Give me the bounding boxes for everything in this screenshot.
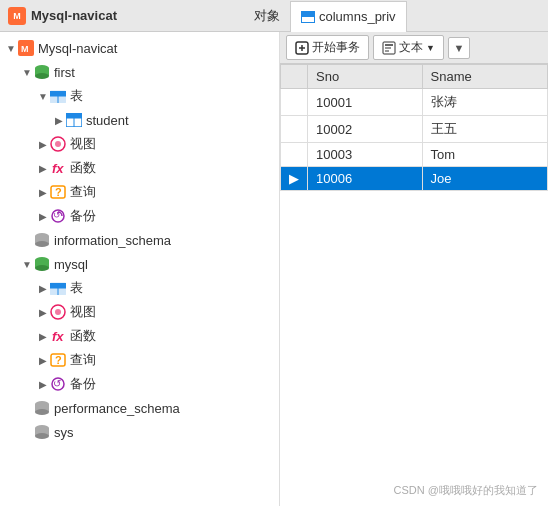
chevron-perf-schema [20, 401, 34, 415]
table-folder-icon-first [50, 88, 66, 104]
backup-icon-mysql: ↺ [50, 376, 66, 392]
func-mysql-label: 函数 [70, 327, 96, 345]
row-indicator [281, 116, 308, 143]
svg-point-22 [35, 241, 49, 247]
cell-sname[interactable]: Tom [422, 143, 547, 167]
chevron-mysql [20, 257, 34, 271]
svg-text:?: ? [55, 186, 62, 198]
main-content: M Mysql-navicat first [0, 32, 548, 506]
cell-sno[interactable]: 10003 [308, 143, 423, 167]
svg-point-14 [55, 141, 61, 147]
data-table-wrapper: Sno Sname 10001张涛10002王五10003Tom▶10006Jo… [280, 64, 548, 506]
first-db-label: first [54, 65, 75, 80]
cell-sname[interactable]: Joe [422, 167, 547, 191]
app-title: Mysql-navicat [31, 8, 117, 23]
tree-node-func-mysql[interactable]: fx 函数 [0, 324, 279, 348]
table-row[interactable]: 10003Tom [281, 143, 548, 167]
student-table-icon [66, 112, 82, 128]
chevron-query-first [36, 185, 50, 199]
right-panel-container: 开始事务 文本 ▼ ▼ [280, 32, 548, 506]
row-indicator-header [281, 65, 308, 89]
tree-node-table-folder-first[interactable]: 表 [0, 84, 279, 108]
chevron-query-mysql [36, 353, 50, 367]
svg-text:↺: ↺ [53, 210, 61, 220]
func-first-label: 函数 [70, 159, 96, 177]
sidebar: M Mysql-navicat first [0, 32, 280, 506]
watermark: CSDN @哦哦哦好的我知道了 [394, 483, 538, 498]
tree-node-backup-first[interactable]: ↺ 备份 [0, 204, 279, 228]
tree-node-student[interactable]: student [0, 108, 279, 132]
chevron-sys [20, 425, 34, 439]
tree-node-backup-mysql[interactable]: ↺ 备份 [0, 372, 279, 396]
tree-node-query-first[interactable]: ? 查询 [0, 180, 279, 204]
chevron-root [4, 41, 18, 55]
database-first-icon [34, 64, 50, 80]
chevron-view-mysql [36, 305, 50, 319]
right-panel: 开始事务 文本 ▼ ▼ [280, 32, 548, 506]
cell-sname[interactable]: 张涛 [422, 89, 547, 116]
tree-node-view-mysql[interactable]: 视图 [0, 300, 279, 324]
backup-first-label: 备份 [70, 207, 96, 225]
view-icon-first [50, 136, 66, 152]
table-row[interactable]: ▶10006Joe [281, 167, 548, 191]
app-container: M Mysql-navicat 对象 columns_priv M Mysql-… [0, 0, 548, 506]
start-transaction-button[interactable]: 开始事务 [286, 35, 369, 60]
svg-point-4 [35, 73, 49, 79]
chevron-first [20, 65, 34, 79]
col-sname-header[interactable]: Sname [422, 65, 547, 89]
query-icon-mysql: ? [50, 352, 66, 368]
row-indicator: ▶ [281, 167, 308, 191]
cell-sno[interactable]: 10001 [308, 89, 423, 116]
table-folder-mysql-label: 表 [70, 279, 83, 297]
svg-point-31 [55, 309, 61, 315]
row-indicator [281, 89, 308, 116]
backup-icon-first: ↺ [50, 208, 66, 224]
tree-node-root[interactable]: M Mysql-navicat [0, 36, 279, 60]
tab-columns-priv[interactable]: columns_priv [290, 1, 407, 32]
chevron-backup-first [36, 209, 50, 223]
cell-sname[interactable]: 王五 [422, 116, 547, 143]
chevron-func-first [36, 161, 50, 175]
filter-button[interactable]: ▼ [448, 37, 470, 59]
sys-label: sys [54, 425, 74, 440]
svg-text:M: M [21, 44, 29, 54]
text-button[interactable]: 文本 ▼ [373, 35, 444, 60]
table-row[interactable]: 10001张涛 [281, 89, 548, 116]
cell-sno[interactable]: 10002 [308, 116, 423, 143]
chevron-student [52, 113, 66, 127]
data-table: Sno Sname 10001张涛10002王五10003Tom▶10006Jo… [280, 64, 548, 191]
text-label: 文本 [399, 39, 423, 56]
table-row[interactable]: 10002王五 [281, 116, 548, 143]
tree-node-first[interactable]: first [0, 60, 279, 84]
top-tabbar: M Mysql-navicat 对象 columns_priv [0, 0, 548, 32]
tree-node-view-first[interactable]: 视图 [0, 132, 279, 156]
mysql-icon [34, 256, 50, 272]
tab-objects[interactable]: 对象 [244, 0, 290, 31]
query-icon-first: ? [50, 184, 66, 200]
perf-schema-label: performance_schema [54, 401, 180, 416]
func-icon-first: fx [50, 160, 66, 176]
mysql-db-label: mysql [54, 257, 88, 272]
svg-text:fx: fx [52, 329, 64, 344]
tree-node-info-schema[interactable]: information_schema [0, 228, 279, 252]
tree-node-table-folder-mysql[interactable]: 表 [0, 276, 279, 300]
tree-node-perf-schema[interactable]: performance_schema [0, 396, 279, 420]
col-sno-header[interactable]: Sno [308, 65, 423, 89]
view-icon-mysql [50, 304, 66, 320]
svg-text:?: ? [55, 354, 62, 366]
view-mysql-label: 视图 [70, 303, 96, 321]
tree-node-func-first[interactable]: fx 函数 [0, 156, 279, 180]
sys-icon [34, 424, 50, 440]
tree-node-query-mysql[interactable]: ? 查询 [0, 348, 279, 372]
table-folder-icon-mysql [50, 280, 66, 296]
chevron-view-first [36, 137, 50, 151]
info-schema-icon [34, 232, 50, 248]
chevron-table-folder-first [36, 89, 50, 103]
tree-node-mysql[interactable]: mysql [0, 252, 279, 276]
cell-sno[interactable]: 10006 [308, 167, 423, 191]
tree-node-sys[interactable]: sys [0, 420, 279, 444]
text-dropdown-icon: ▼ [426, 43, 435, 53]
right-toolbar: 开始事务 文本 ▼ ▼ [280, 32, 548, 64]
text-icon [382, 41, 396, 55]
info-schema-label: information_schema [54, 233, 171, 248]
